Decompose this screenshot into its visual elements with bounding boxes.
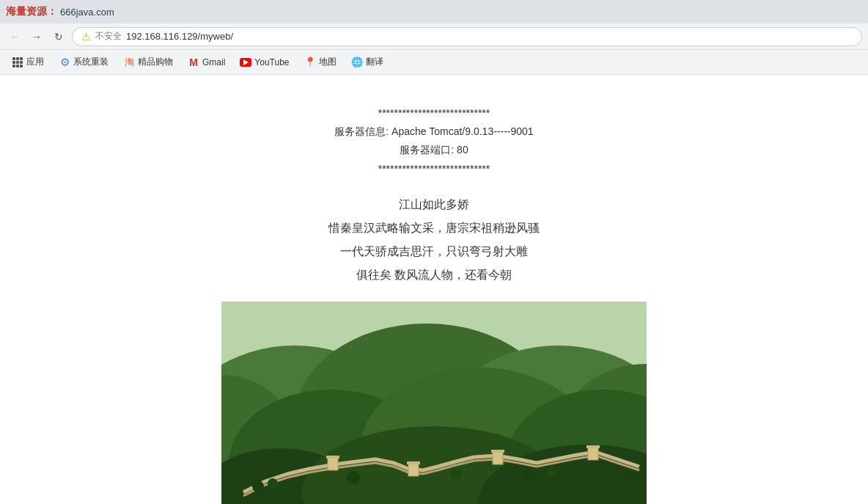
forward-button[interactable]: → (28, 28, 45, 45)
address-input-box[interactable]: ⚠ 不安全 192.168.116.129/myweb/ (72, 27, 862, 46)
main-content: **************************** 服务器信息: Apac… (0, 75, 868, 504)
svg-point-27 (626, 472, 638, 483)
poem-line1: 惜秦皇汉武略输文采，唐宗宋祖稍逊风骚 (15, 216, 853, 240)
server-info-text: 服务器信息: Apache Tomcat/9.0.13-----9001 (15, 123, 853, 141)
svg-point-21 (252, 481, 264, 492)
bookmark-apps[interactable]: 应用 (6, 54, 50, 70)
reload-button[interactable]: ↻ (50, 28, 67, 45)
great-wall-image: CSDN@dengfengling999 (221, 302, 647, 504)
system-label: 系统重装 (73, 56, 108, 68)
server-stars-top: **************************** (15, 104, 853, 123)
brand-text: 海量资源： (6, 5, 57, 18)
apps-label: 应用 (26, 56, 44, 68)
svg-point-26 (546, 467, 556, 477)
bookmark-system[interactable]: ⚙ 系统重装 (53, 54, 114, 70)
system-icon: ⚙ (59, 56, 70, 68)
apps-icon (12, 56, 23, 68)
svg-point-25 (523, 470, 536, 483)
bookmark-youtube[interactable]: YouTube (234, 54, 295, 70)
great-wall-svg (221, 302, 647, 504)
server-port-text: 服务器端口: 80 (15, 141, 853, 159)
youtube-icon (240, 56, 251, 68)
poem-title: 江山如此多娇 (15, 193, 853, 216)
svg-point-24 (450, 468, 462, 480)
bookmark-gmail[interactable]: M Gmail (182, 54, 231, 70)
maps-label: 地图 (319, 56, 336, 68)
svg-point-23 (347, 471, 360, 484)
svg-rect-14 (326, 456, 339, 459)
svg-rect-19 (588, 447, 598, 460)
server-info-block: **************************** 服务器信息: Apac… (15, 104, 853, 178)
url-text: 192.168.116.129/myweb/ (126, 31, 233, 42)
not-secure-label: 不安全 (95, 30, 122, 43)
title-bar: 海量资源： 666java.com (0, 0, 868, 23)
poem-block: 江山如此多娇 惜秦皇汉武略输文采，唐宗宋祖稍逊风骚 一代天骄成吉思汗，只识弯弓射… (15, 193, 853, 287)
gmail-label: Gmail (202, 57, 225, 67)
svg-rect-17 (493, 451, 503, 464)
address-bar: ← → ↻ ⚠ 不安全 192.168.116.129/myweb/ (0, 23, 868, 50)
maps-icon: 📍 (304, 56, 316, 68)
svg-rect-16 (407, 461, 420, 464)
translate-icon: 🌐 (351, 56, 363, 68)
bookmarks-bar: 应用 ⚙ 系统重装 淘 精品购物 M Gmail YouTube 📍 地图 🌐 … (0, 50, 868, 75)
poem-line2: 一代天骄成吉思汗，只识弯弓射大雕 (15, 240, 853, 263)
domain-text: 666java.com (60, 7, 114, 18)
svg-rect-18 (491, 450, 504, 453)
svg-point-22 (268, 478, 278, 489)
server-stars-bottom: **************************** (15, 160, 853, 178)
svg-rect-15 (408, 463, 419, 476)
gmail-icon: M (188, 56, 199, 68)
poem-line3: 俱往矣 数风流人物，还看今朝 (15, 263, 853, 287)
taobao-icon: 淘 (123, 56, 135, 68)
svg-rect-13 (328, 457, 338, 470)
youtube-label: YouTube (254, 57, 289, 67)
bookmark-maps[interactable]: 📍 地图 (298, 54, 342, 70)
taobao-label: 精品购物 (138, 56, 173, 68)
back-button[interactable]: ← (6, 28, 23, 45)
warning-icon: ⚠ (81, 31, 91, 43)
translate-label: 翻译 (366, 56, 383, 68)
bookmark-taobao[interactable]: 淘 精品购物 (117, 54, 179, 70)
bookmark-translate[interactable]: 🌐 翻译 (345, 54, 389, 70)
svg-rect-20 (586, 445, 600, 448)
